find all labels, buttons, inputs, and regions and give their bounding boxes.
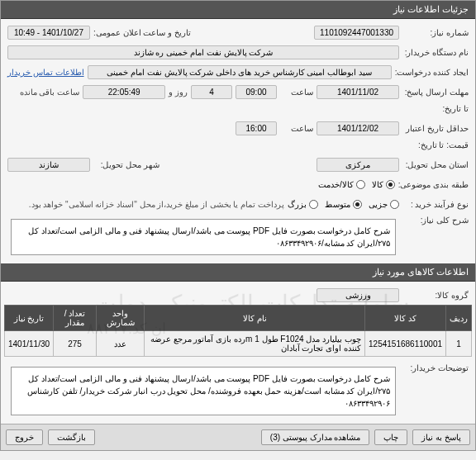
to-date-label: تا تاریخ: — [402, 104, 469, 113]
buyer-notes-label: توضیحات خریدار: — [402, 363, 469, 372]
goods-service-group: کالا کالا/خدمت — [318, 180, 395, 189]
attachments-button[interactable]: مشاهده مدارک پیوستی (3) — [261, 429, 370, 445]
need-number-label: شماره نیاز: — [402, 28, 469, 37]
cell-name: چوب بیلیارد مدل F1024 طول 1 mرده بازی آم… — [145, 331, 365, 357]
radio-dot-icon — [353, 200, 362, 209]
radio-big[interactable]: بزرگ — [288, 200, 318, 209]
proc-label: نوع فرآیند خرید : — [402, 200, 469, 209]
th-qty: تعداد / مقدار — [54, 306, 97, 331]
deadline-label: مهلت ارسال پاسخ: — [402, 88, 469, 97]
creator-label: ایجاد کننده درخواست: — [395, 68, 469, 77]
group-field: ورزشی — [317, 288, 399, 302]
cell-qty: 275 — [54, 331, 97, 357]
remain-time-field: 22:05:49 — [83, 85, 165, 99]
th-idx: ردیف — [446, 306, 472, 331]
radio-dot-icon — [309, 200, 318, 209]
attach-count: (3) — [270, 433, 280, 442]
org-field: شرکت پالایش نفت امام خمینی ره شازند — [7, 45, 399, 59]
city-label: شهر محل تحویل: — [93, 160, 159, 169]
exit-button[interactable]: خروج — [6, 429, 43, 445]
need-number-field: 1101092447001330 — [314, 26, 399, 40]
city-field: شازند — [7, 158, 90, 172]
radio-service[interactable]: کالا/خدمت — [318, 180, 365, 189]
deadline-time-field: 09:00 — [236, 85, 277, 99]
desc-box: شرح کامل درخواست بصورت فایل PDF پیوست می… — [11, 219, 396, 255]
price-to-label: قیمت: تا تاریخ: — [402, 140, 469, 149]
cell-idx: 1 — [446, 331, 472, 357]
radio-dot-icon — [386, 180, 395, 189]
buyer-notes-box: شرح کامل درخواست بصورت فایل PDF پیوست می… — [11, 367, 396, 415]
state-field: مرکزی — [317, 158, 399, 172]
sep-label: طبقه بندی موضوعی: — [398, 180, 469, 189]
th-code: کد کالا — [365, 306, 446, 331]
goods-header: اطلاعات کالاهای مورد نیاز — [1, 263, 475, 282]
th-date: تاریخ نیاز — [5, 306, 54, 331]
desc-label: شرح کلی نیاز: — [402, 216, 469, 225]
at-label: ساعت — [280, 88, 313, 97]
group-label: گروه کالا: — [402, 291, 469, 300]
th-name: نام کالا — [145, 306, 365, 331]
table-row[interactable]: 1 1254151686110001 چوب بیلیارد مدل F1024… — [5, 331, 472, 357]
bottom-toolbar: پاسخ به نیاز چاپ مشاهده مدارک پیوستی (3)… — [1, 424, 475, 450]
days-field: 4 — [191, 85, 232, 99]
radio-dot-icon — [390, 200, 399, 209]
goods-table: ردیف کد کالا نام کالا واحد شمارش تعداد /… — [4, 305, 472, 357]
radio-dot-icon — [356, 180, 365, 189]
announce-label: تاریخ و ساعت اعلان عمومی: — [93, 28, 191, 37]
radio-small[interactable]: جزیی — [369, 200, 399, 209]
valid-date-field: 1401/12/02 — [317, 121, 399, 135]
org-label: نام دستگاه خریدار: — [402, 48, 469, 57]
cell-date: 1401/11/30 — [5, 331, 54, 357]
pay-note: پرداخت تمام یا بخشی از مبلغ خرید،از محل … — [29, 200, 284, 209]
state-label: استان محل تحویل: — [402, 160, 469, 169]
attach-label: مشاهده مدارک پیوستی — [283, 433, 361, 442]
th-unit: واحد شمارش — [96, 306, 144, 331]
radio-mid[interactable]: متوسط — [325, 200, 362, 209]
radio-goods[interactable]: کالا — [372, 180, 395, 189]
reply-button[interactable]: پاسخ به نیاز — [412, 429, 470, 445]
valid-time-field: 16:00 — [236, 121, 277, 135]
main-header: جزئیات اطلاعات نیاز — [1, 1, 475, 19]
print-button[interactable]: چاپ — [374, 429, 407, 445]
announce-field: 1401/10/27 - 10:49 — [7, 26, 90, 40]
process-type-group: جزیی متوسط بزرگ — [288, 200, 399, 209]
creator-field: سید ابوطالب امینی کارشناس خرید های داخلی… — [88, 65, 392, 79]
at-label-2: ساعت — [280, 124, 313, 133]
table-header-row: ردیف کد کالا نام کالا واحد شمارش تعداد /… — [5, 306, 472, 331]
cell-unit: عدد — [96, 331, 144, 357]
remain-label: ساعت باقی مانده — [20, 88, 80, 97]
back-button[interactable]: بازگشت — [48, 429, 95, 445]
valid-label: حداقل تاریخ اعتبار — [402, 124, 469, 133]
cell-code: 1254151686110001 — [365, 331, 446, 357]
and-label: روز و — [169, 88, 188, 97]
contact-link[interactable]: اطلاعات تماس خریدار — [7, 68, 84, 77]
deadline-date-field: 1401/11/02 — [317, 85, 399, 99]
